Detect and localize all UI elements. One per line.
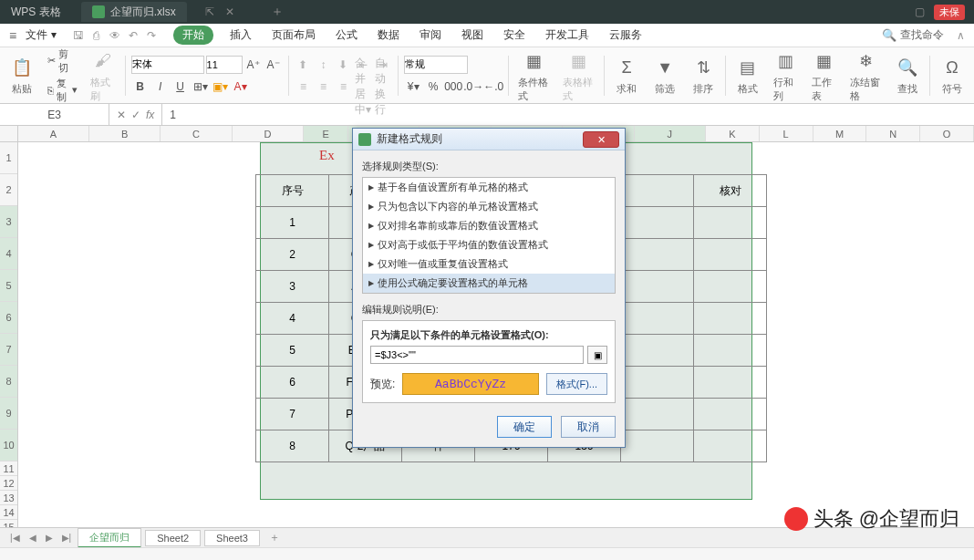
col-K[interactable]: K (706, 126, 760, 141)
row-3[interactable]: 3 (0, 206, 17, 238)
row-15[interactable]: 15 (0, 520, 17, 527)
ok-button[interactable]: 确定 (497, 416, 552, 438)
row-11[interactable]: 11 (0, 461, 17, 476)
redo-icon[interactable]: ↷ (144, 28, 159, 43)
col-N[interactable]: N (866, 126, 920, 141)
rule-item-selected[interactable]: ▶使用公式确定要设置格式的单元格 (363, 274, 615, 293)
file-menu[interactable]: 文件 ▾ (22, 27, 59, 43)
print-icon[interactable]: ⎙ (89, 28, 104, 43)
sheet-tab-3[interactable]: Sheet3 (204, 530, 260, 546)
document-tab[interactable]: 企望而归.xlsx (81, 2, 187, 22)
align-left-icon[interactable]: ≡ (294, 78, 312, 96)
command-search[interactable]: 🔍 查找命令 ∧ (882, 27, 965, 43)
wrap-text-button[interactable]: 自动换行 (374, 78, 392, 96)
collapse-ribbon-icon[interactable]: ∧ (957, 29, 965, 42)
select-all-corner[interactable] (0, 126, 18, 141)
row-12[interactable]: 12 (0, 476, 17, 491)
cancel-button[interactable]: 取消 (561, 416, 616, 438)
tab-formula[interactable]: 公式 (332, 26, 361, 45)
tab-add-icon[interactable]: ＋ (271, 4, 284, 20)
merge-cells-button[interactable]: 合并居中▾ (354, 78, 372, 96)
confirm-edit-icon[interactable]: ✓ (131, 109, 140, 121)
table-style-button[interactable]: ▦表格样式 (559, 48, 598, 103)
find-button[interactable]: 🔍查找 (891, 55, 924, 96)
row-2[interactable]: 2 (0, 174, 17, 206)
rule-type-list[interactable]: ▶基于各自值设置所有单元格的格式 ▶只为包含以下内容的单元格设置格式 ▶仅对排名… (362, 177, 616, 294)
formula-input[interactable]: 1 (162, 109, 974, 121)
col-D[interactable]: D (233, 126, 304, 141)
align-center-icon[interactable]: ≡ (314, 78, 332, 96)
tab-dev[interactable]: 开发工具 (542, 26, 593, 45)
align-right-icon[interactable]: ≡ (334, 78, 352, 96)
cut-button[interactable]: ✂ 剪切 (47, 47, 78, 75)
rule-item[interactable]: ▶基于各自值设置所有单元格的格式 (363, 178, 615, 197)
font-size-select[interactable] (206, 56, 243, 74)
tab-view[interactable]: 视图 (458, 26, 487, 45)
rule-item[interactable]: ▶只为包含以下内容的单元格设置格式 (363, 197, 615, 216)
row-1[interactable]: 1 (0, 142, 17, 174)
italic-button[interactable]: I (151, 78, 170, 96)
col-L[interactable]: L (760, 126, 813, 141)
window-box-icon[interactable]: ▢ (915, 5, 925, 18)
col-B[interactable]: B (89, 126, 161, 141)
bold-button[interactable]: B (131, 78, 150, 96)
tab-home[interactable]: 开始 (173, 26, 213, 45)
col-C[interactable]: C (161, 126, 232, 141)
formula-input[interactable] (370, 346, 584, 364)
tab-insert[interactable]: 插入 (226, 26, 255, 45)
row-7[interactable]: 7 (0, 334, 17, 366)
col-M[interactable]: M (813, 126, 867, 141)
format-button[interactable]: 格式(F)... (546, 373, 607, 395)
rule-item[interactable]: ▶仅对高于或低于平均值的数值设置格式 (363, 235, 615, 254)
comma-icon[interactable]: 000 (444, 78, 462, 96)
sheet-tab-1[interactable]: 企望而归 (78, 528, 141, 548)
rule-item[interactable]: ▶仅对排名靠前或靠后的数值设置格式 (363, 216, 615, 235)
sheet-nav-last-icon[interactable]: ▶| (59, 533, 75, 543)
pin-icon[interactable]: ⇱ (205, 5, 214, 18)
copy-button[interactable]: ⎘ 复制 ▾ (47, 77, 78, 104)
sort-button[interactable]: ⇅排序 (687, 55, 720, 96)
hamburger-icon[interactable]: ≡ (9, 28, 16, 43)
col-J[interactable]: J (635, 126, 706, 141)
tab-close-icon[interactable]: ✕ (225, 5, 234, 18)
align-bottom-icon[interactable]: ⬇ (334, 56, 352, 74)
filter-button[interactable]: ▼筛选 (648, 55, 681, 96)
sheet-tab-2[interactable]: Sheet2 (145, 530, 201, 546)
align-top-icon[interactable]: ⬆ (294, 56, 312, 74)
sheet-nav-first-icon[interactable]: |◀ (7, 533, 23, 543)
decrease-font-icon[interactable]: A⁻ (264, 56, 283, 74)
inc-decimal-icon[interactable]: .0→ (464, 78, 482, 96)
row-9[interactable]: 9 (0, 398, 17, 430)
dialog-titlebar[interactable]: 新建格式规则 ✕ (353, 129, 625, 150)
range-selector-button[interactable]: ▣ (587, 346, 607, 364)
increase-font-icon[interactable]: A⁺ (244, 56, 263, 74)
add-sheet-icon[interactable]: ＋ (264, 530, 285, 545)
row-5[interactable]: 5 (0, 270, 17, 302)
save-icon[interactable]: 🖫 (71, 28, 86, 43)
dialog-close-button[interactable]: ✕ (583, 131, 619, 148)
col-E[interactable]: E (304, 126, 348, 141)
worksheet-button[interactable]: ▦工作表 (808, 48, 841, 103)
sheet-nav-next-icon[interactable]: ▶ (43, 533, 56, 543)
name-box[interactable]: E3 (0, 104, 109, 125)
tab-review[interactable]: 审阅 (416, 26, 445, 45)
row-13[interactable]: 13 (0, 491, 17, 505)
font-name-select[interactable] (131, 56, 204, 74)
border-button[interactable]: ⊞▾ (192, 78, 210, 96)
format-button[interactable]: ▤格式 (731, 55, 764, 96)
tab-layout[interactable]: 页面布局 (268, 26, 319, 45)
row-4[interactable]: 4 (0, 238, 17, 270)
rule-item[interactable]: ▶仅对唯一值或重复值设置格式 (363, 254, 615, 274)
col-O[interactable]: O (920, 126, 974, 141)
row-10[interactable]: 10 (0, 430, 17, 461)
tab-cloud[interactable]: 云服务 (606, 26, 646, 45)
paste-button[interactable]: 📋 粘贴 (5, 55, 38, 96)
preview-icon[interactable]: 👁 (108, 28, 122, 43)
row-14[interactable]: 14 (0, 505, 17, 520)
sum-button[interactable]: Σ求和 (610, 55, 643, 96)
row-8[interactable]: 8 (0, 366, 17, 398)
col-A[interactable]: A (18, 126, 89, 141)
format-painter-button[interactable]: 🖌 格式刷 (87, 48, 119, 103)
percent-icon[interactable]: % (424, 78, 442, 96)
dec-decimal-icon[interactable]: ←.0 (484, 78, 503, 96)
